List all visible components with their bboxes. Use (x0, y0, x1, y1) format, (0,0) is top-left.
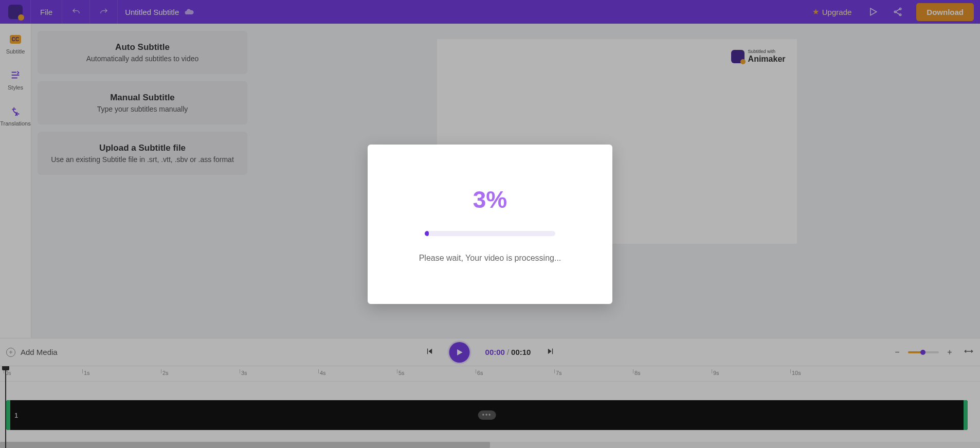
progress-message: Please wait, Your video is processing... (419, 254, 561, 263)
progress-bar-fill (425, 231, 429, 236)
modal-overlay: 3% Please wait, Your video is processing… (0, 0, 980, 448)
progress-percent: 3% (473, 186, 507, 213)
processing-modal: 3% Please wait, Your video is processing… (368, 145, 612, 304)
progress-bar (425, 231, 555, 236)
